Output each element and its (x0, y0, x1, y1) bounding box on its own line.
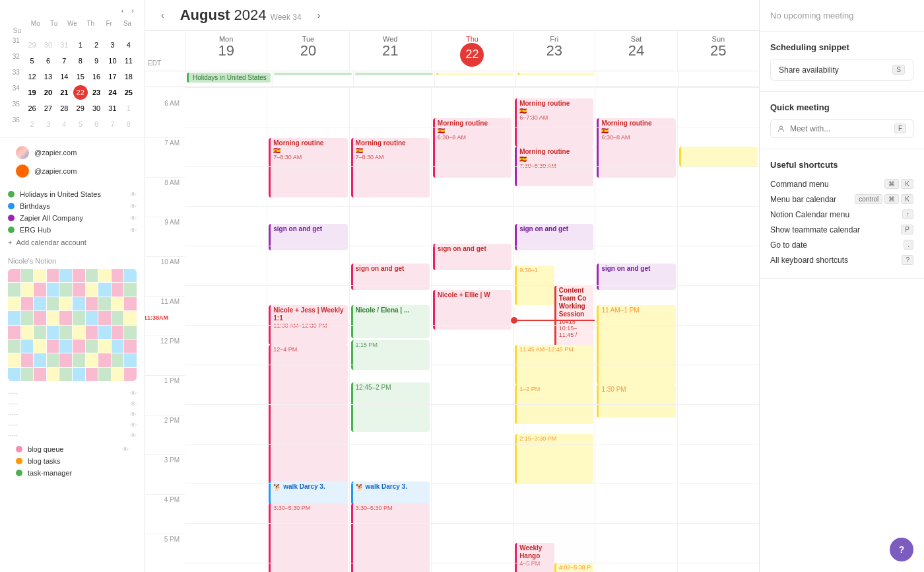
mini-cal-day[interactable]: 2 (25, 117, 40, 131)
account-item[interactable]: @zapier.com (8, 143, 137, 162)
mini-cal-day[interactable]: 5 (25, 54, 40, 68)
day-col-sat[interactable] (677, 87, 759, 572)
all-shortcuts-link[interactable]: All keyboard shortcuts ? (770, 252, 913, 268)
event-morning-routine-fri[interactable]: Morning routine 🇪🇸 6:30–8 AM (597, 118, 675, 178)
mini-cal-day[interactable]: 24 (105, 85, 119, 100)
event-morning-routine-mon[interactable]: Morning routine 🇪🇸 7–8:30 AM (269, 138, 347, 197)
calendar-item-erg[interactable]: ERG Hub 👁 (0, 224, 145, 236)
event-1pm-thu[interactable]: 1–2 PM (515, 384, 593, 424)
next-week-btn[interactable]: › (312, 7, 326, 23)
mini-cal-day[interactable]: 15 (73, 69, 88, 84)
event-morning-routine-thu-2[interactable]: Morning routine 🇪🇸 7:30–8:30 AM (515, 147, 593, 186)
mini-cal-prev-btn[interactable]: ‹ (119, 5, 127, 16)
mini-cal-day[interactable]: 25 (121, 85, 136, 100)
event-pink-block-mon[interactable]: 12–4 PM (269, 345, 347, 503)
mini-cal-day[interactable]: 31 (105, 101, 119, 116)
mini-cal-day[interactable]: 3 (105, 38, 119, 52)
event-sign-on-tue[interactable]: sign on and get (351, 264, 430, 290)
account-item[interactable]: @zapier.com (8, 162, 137, 180)
event-402-thu[interactable]: 4:02–5:38 P (554, 563, 594, 572)
calendar-hide-icon[interactable]: 👁 (130, 227, 137, 234)
mini-cal-day[interactable]: 4 (121, 38, 136, 52)
mini-cal-day[interactable]: 16 (89, 69, 104, 84)
all-day-event[interactable]: Holidays in United States (187, 73, 271, 83)
mini-cal-day[interactable]: 21 (57, 85, 71, 100)
day-header-tue[interactable]: Tue 20 (267, 31, 348, 71)
mini-cal-day[interactable]: 28 (57, 101, 71, 116)
mini-cal-day[interactable]: 26 (25, 101, 40, 116)
all-day-event[interactable] (274, 73, 352, 75)
day-header-wed[interactable]: Wed 21 (349, 31, 431, 71)
mini-cal-day[interactable]: 29 (73, 101, 88, 116)
mini-cal-day[interactable]: 6 (41, 54, 55, 68)
day-header-sat[interactable]: Sat 24 (595, 31, 676, 71)
all-day-event[interactable] (517, 73, 595, 75)
mini-cal-day[interactable]: 27 (41, 101, 55, 116)
mini-cal-day[interactable]: 19 (25, 85, 40, 100)
day-header-thu[interactable]: Thu 22 (431, 31, 513, 71)
event-sign-on-mon[interactable]: sign on and get (269, 224, 347, 250)
mini-cal-day[interactable]: 4 (57, 117, 71, 131)
mini-cal-day[interactable]: 5 (73, 117, 88, 131)
notion-cal-blog-queue[interactable]: blog queue 👁 (8, 443, 137, 455)
event-nicole-elena-tue[interactable]: Nicole / Elena | ... (351, 305, 430, 338)
day-col-wed[interactable]: Morning routine 🇪🇸 6:30–8 AM sign on and… (431, 87, 513, 572)
event-yellow-thu-1[interactable]: 9:30–1 (515, 266, 554, 305)
notion-cal-task-manager[interactable]: task-manager (8, 467, 137, 479)
day-col-tue[interactable]: Morning routine 🇪🇸 7–8:30 AM sign on and… (349, 87, 431, 572)
calendar-item-birthdays[interactable]: Birthdays 👁 (0, 200, 145, 212)
mini-cal-day[interactable]: 8 (121, 117, 136, 131)
mini-cal-day[interactable]: 10 (105, 54, 119, 68)
event-1245-tue[interactable]: 12:45–2 PM (351, 382, 430, 432)
event-215-thu[interactable]: 2:15–3:30 PM (515, 434, 593, 483)
event-nicole-jess-mon[interactable]: Nicole + Jess | Weekly 1:1 11:30 AM–12:3… (269, 305, 347, 345)
mini-cal-day[interactable]: 18 (121, 69, 136, 84)
mini-cal-day[interactable]: 31 (57, 38, 71, 52)
mini-cal-day[interactable]: 7 (105, 117, 119, 131)
event-11am-fri[interactable]: 11 AM–1 PM (597, 305, 675, 384)
day-header-fri[interactable]: Fri 23 (513, 31, 595, 71)
mini-cal-day[interactable]: 7 (57, 54, 71, 68)
mini-cal-day[interactable]: 29 (25, 38, 40, 52)
share-availability-btn[interactable]: Share availability S (770, 59, 913, 81)
mini-cal-day[interactable]: 6 (89, 117, 104, 131)
mini-cal-day[interactable]: 17 (105, 69, 119, 84)
mini-cal-day[interactable]: 9 (89, 54, 104, 68)
mini-cal-day[interactable]: 30 (41, 38, 55, 52)
mini-cal-day[interactable]: 30 (89, 101, 104, 116)
mini-cal-day[interactable]: 20 (41, 85, 55, 100)
mini-cal-day[interactable]: 11 (121, 54, 136, 68)
calendar-hide-icon[interactable]: 👁 (130, 215, 137, 222)
mini-cal-day[interactable]: 12 (25, 69, 40, 84)
event-330-tue[interactable]: 3:30–5:30 PM (351, 503, 430, 572)
event-130-fri[interactable]: 1:30 PM (597, 384, 675, 417)
event-walk-darcy-mon[interactable]: 🐕walk Darcy 3. (269, 482, 347, 505)
prev-week-btn[interactable]: ‹ (156, 7, 170, 23)
event-sign-on-wed[interactable]: sign on and get (433, 244, 512, 270)
mini-cal-today[interactable]: 22 (73, 85, 88, 100)
event-1145-thu[interactable]: 11:45 AM–12:45 PM (515, 345, 593, 384)
calendar-hide-icon[interactable]: 👁 (130, 203, 137, 210)
event-morning-routine-tue[interactable]: Morning routine 🇪🇸 7–8:30 AM (351, 138, 430, 197)
help-button[interactable]: ? (890, 538, 913, 561)
meet-with-input[interactable] (790, 124, 889, 133)
mini-cal-day[interactable]: 1 (121, 101, 136, 116)
mini-cal-day[interactable]: 13 (41, 69, 55, 84)
mini-cal-day[interactable]: 2 (89, 38, 104, 52)
mini-cal-day[interactable]: 8 (73, 54, 88, 68)
event-nicole-ellie-wed[interactable]: Nicole + Ellie | W (433, 290, 512, 330)
mini-cal-day[interactable]: 1 (73, 38, 88, 52)
event-115-tue[interactable]: 1:15 PM (351, 340, 430, 370)
calendar-hide-icon[interactable]: 👁 (122, 446, 129, 453)
calendar-hide-icon[interactable]: 👁 (130, 191, 137, 198)
notion-cal-blog-tasks[interactable]: blog tasks (8, 455, 137, 467)
event-330-mon[interactable]: 3:30–5:30 PM (269, 503, 347, 572)
day-col-mon[interactable]: Morning routine 🇪🇸 7–8:30 AM sign on and… (267, 87, 348, 572)
day-header-mon[interactable]: Mon 19 (185, 31, 267, 71)
day-col-thu[interactable]: Morning routine 🇪🇸 6–7:30 AM Morning rou… (513, 87, 595, 572)
all-day-event[interactable] (355, 73, 433, 75)
event-morning-routine-wed[interactable]: Morning routine 🇪🇸 6:30–8 AM (433, 118, 512, 178)
event-weekly-hango-thu[interactable]: Weekly Hango 4–5 PM (515, 543, 554, 572)
event-sign-on-fri[interactable]: sign on and get (597, 264, 675, 290)
calendar-item-holidays[interactable]: Holidays in United States 👁 (0, 188, 145, 200)
